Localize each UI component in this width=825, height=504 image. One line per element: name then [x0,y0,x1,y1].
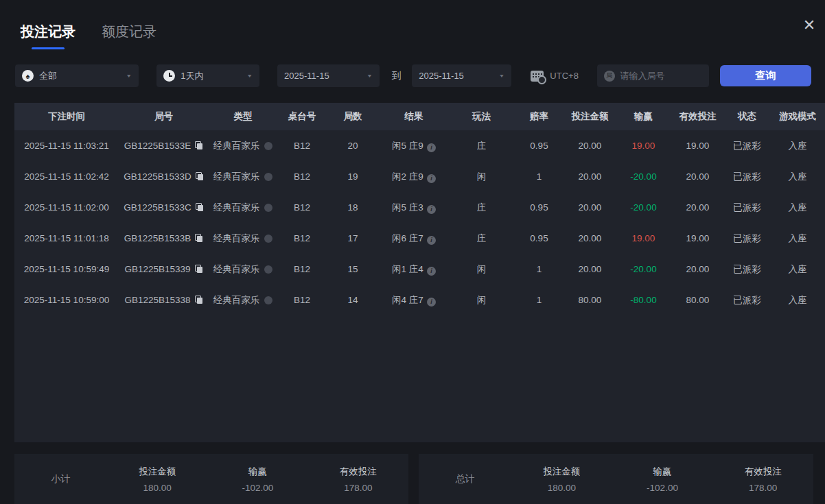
copy-icon[interactable] [195,234,203,243]
round-id-icon: 局 [604,71,615,82]
cell-round-count: 18 [327,192,379,223]
cell-odds: 0.95 [514,192,564,223]
cell-round-count: 15 [327,254,379,285]
time-range-select[interactable]: 1天内 ▼ [156,64,259,87]
game-type-select[interactable]: ♠ 全部 ▼ [15,64,139,87]
type-badge-icon [264,204,272,212]
cell-play: 庄 [449,223,514,254]
cell-game-mode: 入座 [770,192,825,223]
cell-round-count: 20 [327,130,379,161]
cell-play: 庄 [449,192,514,223]
date-to-value: 2025-11-15 [419,71,464,81]
copy-icon[interactable] [195,296,203,304]
column-header: 输赢 [616,103,671,130]
total-valid-bet: 有效投注 178.00 [712,466,813,493]
info-icon[interactable]: i [427,267,436,276]
date-from-picker[interactable]: 2025-11-15 ▼ [277,64,380,87]
cell-status: 已派彩 [724,223,770,254]
round-search-input[interactable] [620,71,696,81]
info-icon[interactable]: i [427,174,436,183]
column-header: 桌台号 [277,103,327,130]
cell-play: 闲 [449,161,514,192]
cell-bet-amount: 80.00 [564,285,616,315]
cell-result: 闲6 庄7i [379,223,449,254]
cell-status: 已派彩 [724,161,770,192]
type-badge-icon [264,296,272,304]
cell-game-mode: 入座 [770,161,825,192]
game-type-select-value: 全部 [39,70,57,82]
total-panel: 总计 投注金额 180.00 输赢 -102.00 有效投注 178.00 [419,454,813,504]
cell-round-id: GB1225B1533B [119,223,209,254]
cell-valid-bet: 20.00 [671,192,724,223]
bet-records-table: 下注时间局号类型桌台号局数结果玩法赔率投注金额输赢有效投注状态游戏模式 2025… [14,103,825,442]
column-header: 玩法 [449,103,514,130]
time-range-select-value: 1天内 [181,70,203,82]
timezone-group: UTC+8 [531,71,581,82]
round-search-box: 局 [597,64,710,87]
cell-play: 闲 [449,254,514,285]
column-header: 局号 [119,103,209,130]
cell-valid-bet: 20.00 [671,254,724,285]
cell-result: 闲2 庄9i [379,161,449,192]
copy-icon[interactable] [195,265,203,274]
close-icon[interactable]: ✕ [799,15,820,36]
chevron-down-icon: ▼ [126,73,132,79]
bet-amount-label: 投注金额 [511,466,612,478]
cell-round-id: GB1225B15338 [119,285,209,315]
cell-odds: 0.95 [514,130,564,161]
cell-table-no: B12 [277,254,327,285]
bet-amount-value: 180.00 [511,483,612,493]
cell-win-loss: 19.00 [616,130,671,161]
query-button[interactable]: 查询 [720,65,811,86]
cell-win-loss: -20.00 [616,192,671,223]
column-header: 状态 [724,103,770,130]
cell-table-no: B12 [277,223,327,254]
copy-icon[interactable] [196,172,204,181]
total-win-loss: 输赢 -102.00 [612,466,713,493]
cell-table-no: B12 [277,161,327,192]
win-loss-label: 输赢 [612,466,713,478]
tab-quota-records[interactable]: 额度记录 [102,23,156,49]
column-header: 局数 [327,103,379,130]
column-header: 类型 [209,103,277,130]
info-icon[interactable]: i [427,143,436,152]
cell-win-loss: 19.00 [616,223,671,254]
cell-odds: 1 [514,285,564,315]
cell-table-no: B12 [277,130,327,161]
info-icon[interactable]: i [427,205,436,214]
info-icon[interactable]: i [427,236,436,245]
bet-records-dialog: 投注记录 额度记录 ✕ ♠ 全部 ▼ 1天内 ▼ 2025-11-15 ▼ 到 … [0,0,825,504]
subtotal-win-loss: 输赢 -102.00 [207,466,307,493]
table-row: 2025-11-15 11:02:00GB1225B1533C经典百家乐B121… [14,192,825,223]
cell-result: 闲5 庄9i [379,130,449,161]
cell-game-type: 经典百家乐 [209,192,277,223]
cell-round-id: GB1225B1533D [119,161,209,192]
cell-status: 已派彩 [724,285,770,315]
cell-status: 已派彩 [724,192,770,223]
copy-icon[interactable] [195,141,203,150]
info-icon[interactable]: i [427,298,436,307]
cell-round-id: GB1225B1533E [119,130,209,161]
cell-result: 闲4 庄7i [379,285,449,315]
cell-status: 已派彩 [724,254,770,285]
cell-bet-amount: 20.00 [564,130,616,161]
total-label: 总计 [419,473,511,485]
date-to-label: 到 [386,70,406,82]
cell-valid-bet: 19.00 [671,223,724,254]
cell-game-mode: 入座 [770,223,825,254]
cell-game-mode: 入座 [770,254,825,285]
copy-icon[interactable] [196,203,204,212]
subtotal-label: 小计 [14,473,107,485]
cell-round-id: GB1225B1533C [119,192,209,223]
type-badge-icon [264,142,272,150]
column-header: 赔率 [514,103,564,130]
cell-bet-time: 2025-11-15 10:59:49 [14,254,119,285]
cell-win-loss: -80.00 [616,285,671,315]
cell-bet-time: 2025-11-15 11:02:42 [14,161,119,192]
calendar-clock-icon[interactable] [531,71,544,82]
column-header: 游戏模式 [770,103,825,130]
date-to-picker[interactable]: 2025-11-15 ▼ [412,64,511,87]
cell-result: 闲5 庄3i [379,192,449,223]
tab-bar: 投注记录 额度记录 [21,23,156,49]
tab-bet-records[interactable]: 投注记录 [21,23,75,49]
